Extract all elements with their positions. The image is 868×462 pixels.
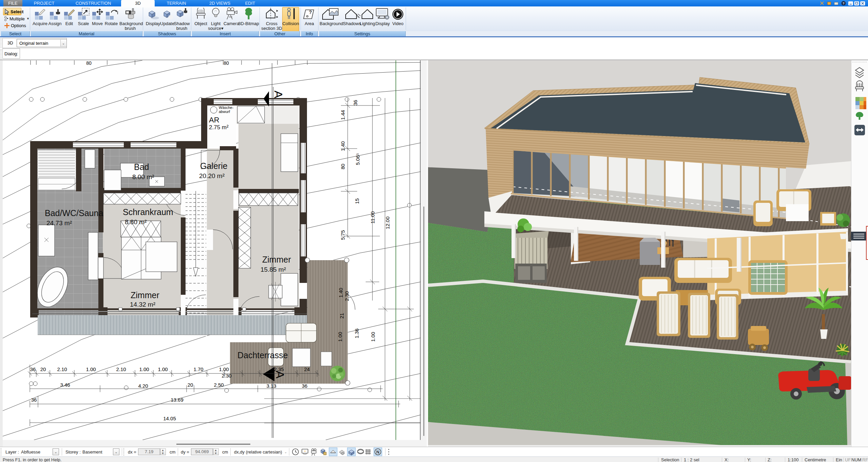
svg-text:Zimmer: Zimmer (262, 255, 291, 264)
svg-text:A: A (272, 91, 285, 98)
svg-text:1.00: 1.00 (337, 332, 343, 342)
svg-text:1.40: 1.40 (340, 141, 346, 151)
svg-text:abwurf: abwurf (219, 110, 230, 114)
svg-text:1.00: 1.00 (219, 366, 229, 372)
svg-text:8.80 m²: 8.80 m² (125, 218, 147, 226)
svg-text:8.00 m²: 8.00 m² (132, 173, 154, 180)
svg-text:2.50: 2.50 (214, 382, 224, 388)
svg-text:?: ? (309, 9, 312, 15)
svg-text:?: ? (843, 2, 845, 5)
svg-text:14.32 m²: 14.32 m² (130, 301, 155, 308)
svg-text:1.00: 1.00 (370, 332, 376, 342)
svg-text:2.10: 2.10 (116, 366, 126, 372)
svg-text:2.35: 2.35 (274, 366, 284, 372)
svg-text:Bad/WC/Sauna: Bad/WC/Sauna (45, 208, 103, 218)
svg-text:Wäsche-: Wäsche- (219, 105, 234, 110)
svg-text:2.10: 2.10 (57, 366, 67, 372)
svg-text:Galerie: Galerie (200, 161, 228, 171)
svg-text:11.00: 11.00 (370, 211, 375, 224)
svg-text:1.70: 1.70 (193, 366, 203, 372)
svg-text:2.75 m²: 2.75 m² (209, 124, 229, 131)
svg-text:3.13: 3.13 (266, 383, 276, 389)
svg-text:36: 36 (30, 366, 36, 372)
svg-text:24: 24 (304, 366, 310, 372)
svg-text:21: 21 (339, 313, 345, 319)
svg-text:5.75: 5.75 (340, 230, 346, 240)
svg-text:N: N (376, 449, 379, 455)
svg-text:5.06⁵: 5.06⁵ (355, 153, 361, 165)
svg-text:20.20 m²: 20.20 m² (199, 172, 225, 179)
svg-text:1.00: 1.00 (158, 366, 168, 372)
svg-text:20: 20 (40, 366, 46, 372)
svg-text:14.05: 14.05 (163, 416, 176, 421)
svg-text:Schrankraum: Schrankraum (123, 207, 173, 217)
svg-text:1.40: 1.40 (338, 288, 344, 297)
svg-text:36: 36 (31, 397, 37, 403)
svg-text:15.85 m²: 15.85 m² (261, 266, 286, 273)
svg-text:2.30: 2.30 (221, 373, 231, 379)
svg-text:Bad: Bad (134, 162, 149, 172)
svg-text:3.46: 3.46 (60, 382, 70, 388)
svg-text:15: 15 (354, 198, 360, 204)
svg-text:4.20: 4.20 (138, 383, 148, 389)
svg-text:36: 36 (352, 100, 358, 106)
svg-text:Zimmer: Zimmer (131, 290, 159, 300)
svg-text:13.69: 13.69 (171, 397, 184, 403)
svg-text:80: 80 (86, 60, 92, 66)
svg-text:20: 20 (188, 382, 193, 388)
svg-text:12.00: 12.00 (385, 216, 390, 229)
svg-text:Dachterrasse: Dachterrasse (237, 350, 288, 360)
svg-text:24.73 m²: 24.73 m² (46, 219, 72, 227)
svg-text:1.00: 1.00 (139, 366, 149, 372)
svg-text:AR: AR (209, 116, 219, 124)
svg-text:2.30: 2.30 (344, 291, 350, 301)
svg-text:1.36: 1.36 (354, 328, 360, 338)
svg-text:1.44: 1.44 (340, 110, 346, 120)
svg-text:80: 80 (340, 164, 346, 170)
svg-text:36: 36 (302, 383, 308, 389)
svg-text:80: 80 (224, 60, 229, 66)
svg-text:1.00: 1.00 (86, 366, 96, 372)
